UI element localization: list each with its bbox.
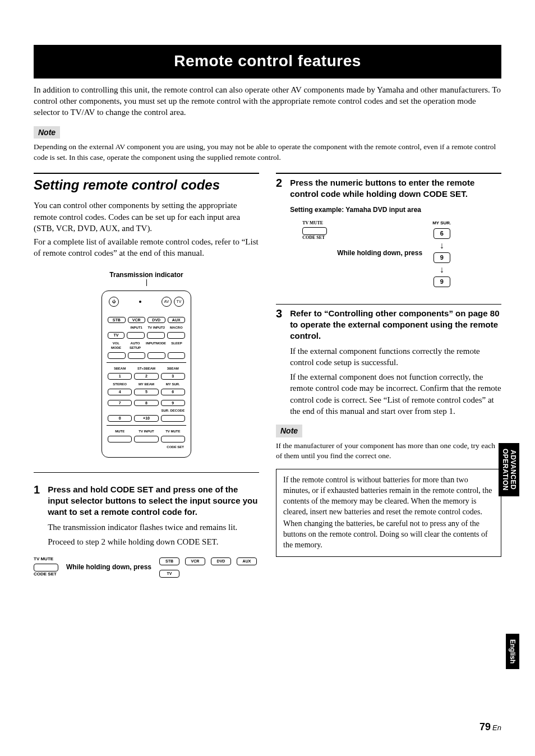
setting-example-label: Setting example: Yamaha DVD input area [290,205,501,214]
blank-button [161,415,185,422]
battery-box-p2: When changing the batteries, be careful … [283,519,494,551]
step-2-illustration: TV MUTE CODE SET While holding down, pre… [290,220,501,287]
label-surdecode: SUR. DECODE [161,408,185,413]
stb-mini: STB [159,557,179,565]
blank-button [127,332,145,339]
digit-2: 2 [134,373,158,380]
battery-warning-box: If the remote control is without batteri… [276,469,501,556]
label-3beam: 3BEAM [161,366,185,371]
intro-paragraph: In addition to controlling this unit, th… [34,84,501,118]
label-stereo: STEREO [108,382,132,386]
blank-button [147,332,165,339]
label-input1: INPUT1 [128,325,146,330]
step-1-text-2: Proceed to step 2 while holding down COD… [48,536,259,547]
section-body-1: You can control other components by sett… [34,200,259,234]
blank-button [108,352,126,359]
step-1-illustration: TV MUTE CODE SET While holding down, pre… [34,556,259,578]
digit-5: 5 [134,389,158,395]
label-mybeam: MY BEAM [134,382,158,386]
digit-9-mini-a: 9 [433,252,450,263]
step-1-number: 1 [34,484,40,547]
page-lang-suffix: En [492,723,501,732]
arrow-down-icon: ↓ [440,265,444,274]
blank-button [167,332,185,339]
step-3-text-2: If the external component does not funct… [290,371,501,417]
av-button: AV [162,297,172,307]
transmission-indicator-label: Transmission indicator [34,270,259,279]
step-1: 1 Press and hold CODE SET and press one … [34,484,259,547]
hold-text: While holding down, press [66,563,151,572]
digit-9-mini-b: 9 [433,276,450,287]
label-sleep: SLEEP [168,341,185,350]
code-set-label-2: CODE SET [302,235,325,241]
label-mysur: MY SUR. [161,382,185,386]
digit-6: 6 [161,389,185,395]
code-set-label-small: CODE SET [105,445,187,449]
side-tab-line-1: ADVANCED [509,450,517,490]
indicator-leader-line [146,279,147,286]
step-1-title: Press and hold CODE SET and press one of… [48,484,259,518]
label-tvinput: TV INPUT [134,429,158,434]
digit-6-mini: 6 [433,228,450,239]
step-1-text-1: The transmission indicator flashes twice… [48,522,259,533]
section-body-2: For a complete list of available remote … [34,236,259,259]
aux-button: AUX [168,317,186,324]
tvmute-button [161,436,185,442]
dvd-mini: DVD [211,557,231,565]
arrow-down-icon: ↓ [440,241,444,250]
power-icon: ⏻ [109,297,119,307]
step-2-title: Press the numeric buttons to enter the r… [290,177,501,200]
vcr-button: VCR [128,317,146,324]
label-blank [108,325,126,330]
label-inputmode: INPUTMODE [146,341,166,350]
code-set-label: CODE SET [34,571,57,578]
digit-0: 0 [108,415,132,422]
digit-4: 4 [108,389,132,395]
label-tvmute: TV MUTE [161,429,185,434]
side-tab-language: English [506,634,519,669]
step-3: 3 Refer to “Controlling other components… [276,308,501,417]
plus-10: +10 [134,415,158,422]
label-macro: MACRO [168,325,186,330]
digit-1: 1 [108,373,132,380]
hold-text-2: While holding down, press [337,249,422,258]
mute-button [108,436,132,442]
label-mute: MUTE [108,429,132,434]
label-st3beam: ST+3BEAM [134,366,158,371]
blank-button [147,352,165,359]
step-3-title: Refer to “Controlling other components” … [290,308,501,342]
blank-button [128,352,146,359]
remote-illustration: ⏻ AV TV STB VCR DVD AUX INPUT1 [34,291,259,458]
tv-mute-label-2: TV MUTE [302,220,323,227]
vcr-mini: VCR [185,557,205,565]
label-volmode: VOL MODE [108,341,124,350]
tvinput-button [134,436,158,442]
label-5beam: 5BEAM [108,366,132,371]
tv-button: TV [174,297,184,307]
step-2: 2 Press the numeric buttons to enter the… [276,177,501,287]
tv-mute-label: TV MUTE [34,556,53,563]
step-3-text-1: If the external component functions corr… [290,345,501,368]
note-2-body: If the manufacturer of your component ha… [276,441,501,461]
note-label-2: Note [276,425,302,437]
tv-small-button: TV [108,332,124,339]
dvd-button: DVD [147,317,165,324]
blank-button [168,352,186,359]
battery-box-p1: If the remote control is without batteri… [283,475,494,518]
stb-button: STB [108,317,126,324]
label-tv-input2: TV INPUT2 [147,325,165,330]
label-autosetup: AUTO SETUP [127,341,144,350]
section-heading: Setting remote control codes [34,173,259,194]
right-column: 2 Press the numeric buttons to enter the… [276,173,501,579]
digit-9: 9 [161,400,185,407]
page-title-banner: Remote control features [34,45,501,79]
side-tab-advanced-operation: ADVANCED OPERATION [499,443,519,496]
aux-mini: AUX [237,557,257,565]
label-blank [108,408,132,413]
side-tab-line-2: OPERATION [501,449,509,491]
tv-mute-button-2 [302,227,327,235]
digit-8: 8 [134,400,158,407]
step-2-number: 2 [276,177,282,287]
page-number-value: 79 [479,721,491,732]
step-3-number: 3 [276,308,282,417]
